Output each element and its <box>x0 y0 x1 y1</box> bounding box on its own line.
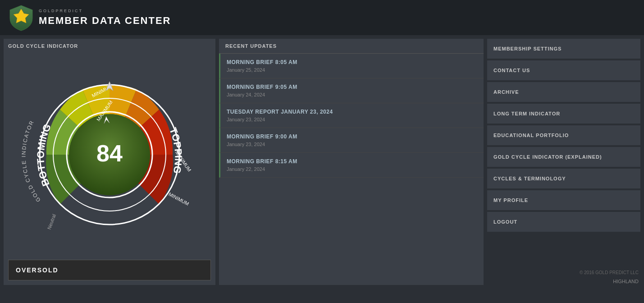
nav-btn-educational-portfolio[interactable]: EDUCATIONAL PORTFOLIO <box>487 125 640 145</box>
copyright: © 2016 GOLD PREDICT LLC <box>487 267 640 278</box>
left-panel-title: GOLD CYCLE INDICATOR <box>8 43 211 49</box>
update-date: January 24, 2024 <box>227 92 477 97</box>
update-title: MORNING BRIEF 8:05 AM <box>227 59 477 65</box>
nav-btn-logout[interactable]: LOGOUT <box>487 212 640 232</box>
updates-list: MORNING BRIEF 8:05 AMJanuary 25, 2024MOR… <box>219 54 484 178</box>
nav-btn-my-profile[interactable]: MY PROFILE <box>487 190 640 210</box>
center-panel: RECENT UPDATES MORNING BRIEF 8:05 AMJanu… <box>219 39 484 285</box>
update-title: MORNING BRIEF 9:00 AM <box>227 133 477 140</box>
gauge-chart: 84 BOTTOMING TOPPING GOLD CYCLE INDICATO… <box>19 64 200 245</box>
update-date: January 25, 2024 <box>227 67 477 73</box>
highland-label: HIGHLAND <box>487 278 640 285</box>
nav-btn-long-term-indicator[interactable]: LONG TERM INDICATOR <box>487 104 640 124</box>
update-date: January 22, 2024 <box>227 166 477 172</box>
main-content: GOLD CYCLE INDICATOR <box>0 35 644 289</box>
update-item[interactable]: TUESDAY REPORT JANUARY 23, 2024January 2… <box>219 103 484 128</box>
logo-text: GOLDPREDICT <box>39 9 171 13</box>
nav-btn-cycles-terminology[interactable]: CYCLES & TERMINOLOGY <box>487 169 640 188</box>
nav-btn-archive[interactable]: ARCHIVE <box>487 82 640 102</box>
recent-updates-title: RECENT UPDATES <box>219 39 484 54</box>
svg-text:Neutral: Neutral <box>46 213 57 230</box>
update-title: TUESDAY REPORT JANUARY 23, 2024 <box>227 109 477 115</box>
svg-text:84: 84 <box>96 140 123 166</box>
update-item[interactable]: MORNING BRIEF 9:00 AMJanuary 23, 2024 <box>219 128 484 153</box>
update-item[interactable]: MORNING BRIEF 8:15 AMJanuary 22, 2024 <box>219 153 484 178</box>
logo <box>9 5 33 32</box>
update-date: January 23, 2024 <box>227 117 477 122</box>
update-date: January 23, 2024 <box>227 142 477 147</box>
oversold-status: OVERSOLD <box>8 260 211 280</box>
nav-btn-membership-settings[interactable]: MEMBERSHIP SETTINGS <box>487 39 640 59</box>
nav-btn-gold-cycle-indicator-explained[interactable]: GOLD CYCLE INDICATOR (EXPLAINED) <box>487 147 640 167</box>
left-panel: GOLD CYCLE INDICATOR <box>4 39 215 285</box>
update-title: MORNING BRIEF 9:05 AM <box>227 84 477 90</box>
header: GOLDPREDICT MEMBER DATA CENTER <box>0 0 644 35</box>
svg-text:MINIMUM: MINIMUM <box>168 191 190 207</box>
gauge-container: 84 BOTTOMING TOPPING GOLD CYCLE INDICATO… <box>8 52 211 257</box>
nav-btn-contact-us[interactable]: CONTACT US <box>487 60 640 80</box>
right-footer: © 2016 GOLD PREDICT LLC HIGHLAND <box>487 267 640 285</box>
update-item[interactable]: MORNING BRIEF 8:05 AMJanuary 25, 2024 <box>219 54 484 78</box>
right-panel: MEMBERSHIP SETTINGSCONTACT USARCHIVELONG… <box>487 39 640 285</box>
update-title: MORNING BRIEF 8:15 AM <box>227 158 477 165</box>
page-title: MEMBER DATA CENTER <box>39 15 171 27</box>
update-item[interactable]: MORNING BRIEF 9:05 AMJanuary 24, 2024 <box>219 78 484 103</box>
